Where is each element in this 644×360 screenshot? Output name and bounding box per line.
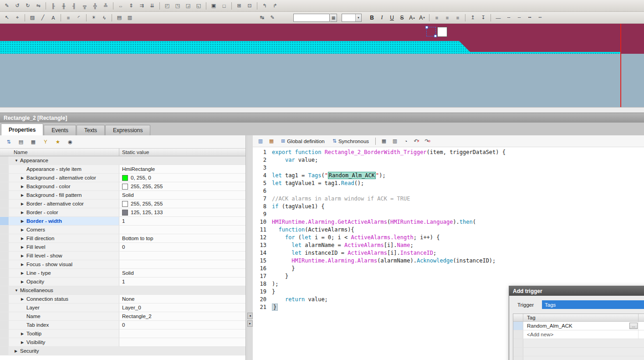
property-group-row[interactable]: ▶Security [0,347,245,355]
font-name-combo-button[interactable]: ▦ [330,14,337,22]
tab-expressions[interactable]: Expressions [105,125,150,135]
expander-icon[interactable]: ▶ [21,219,26,223]
expander-icon[interactable]: ▶ [21,297,26,301]
expander-icon[interactable]: ▶ [21,262,26,267]
property-row[interactable]: ▶Tooltip [0,329,245,338]
line-color-icon[interactable]: ╱ [38,13,48,22]
tab-events[interactable]: Events [44,125,76,135]
property-value[interactable]: 0 [119,243,245,251]
expander-icon[interactable]: ▶ [21,340,26,345]
property-value[interactable]: 0, 255, 0 [119,174,245,182]
canvas-rectangle-object[interactable] [437,27,447,37]
property-row[interactable]: NameRectangle_2 [0,312,245,321]
property-row[interactable]: ▶Background - alternative color0, 255, 0 [0,174,245,182]
snippets-icon[interactable]: ▦ [266,137,276,146]
rotate-right-icon[interactable]: ↻ [23,1,33,10]
property-value[interactable] [119,252,245,260]
property-row[interactable]: ▶Background - color255, 255, 255 [0,182,245,191]
property-value[interactable]: Rectangle_2 [119,312,245,320]
expander-icon[interactable]: ▶ [21,254,26,258]
align-top-icon[interactable]: ╦ [80,1,90,10]
property-value[interactable] [119,329,245,338]
property-row[interactable]: ▶Border - width1 [0,217,245,226]
font-name-combo[interactable] [293,14,330,22]
scroll-left-icon[interactable]: ◂ [247,313,253,319]
property-list-icon[interactable]: ▤ [16,137,26,146]
line-style-dash-dot-dot-icon[interactable]: ┉ [535,13,545,22]
trigger-table-row[interactable]: Random_Alm_ACK... [513,322,644,330]
global-definition-button[interactable]: ⊞ Global definition [278,137,328,145]
align-bottom-icon[interactable]: ╩ [101,1,111,10]
font-size-up-button[interactable]: A▴ [407,13,417,22]
expander-icon[interactable]: ▶ [21,228,26,232]
selection-marquee[interactable] [426,27,436,36]
property-row[interactable]: ▶Fill level0 [0,243,245,252]
line-style-dash-dot-icon[interactable]: ╍ [525,13,535,22]
fill-color-icon[interactable]: ▨ [27,13,37,22]
property-value[interactable]: 1 [119,278,245,286]
trigger-table-row[interactable]: <Add new> [513,330,644,339]
property-value[interactable] [119,226,245,234]
same-height-icon[interactable]: ⇕ [126,1,136,10]
pointer-tool-icon[interactable]: ✎ [2,1,12,10]
property-row[interactable]: LayerLayer_0 [0,303,245,312]
property-value[interactable]: None [119,295,245,303]
dialog-title[interactable]: Add trigger [509,286,644,296]
property-value[interactable]: 255, 255, 255 [119,182,245,190]
expander-icon[interactable]: ▶ [21,271,26,275]
property-group-row[interactable]: ▼Appearance [0,156,245,165]
property-row[interactable]: ▶Border - color125, 125, 133 [0,208,245,217]
strikethrough-button[interactable]: S [397,13,407,22]
text-align-right-icon[interactable]: ≡ [453,13,463,22]
expander-icon[interactable]: ▼ [15,159,20,163]
bring-forward-icon[interactable]: ◳ [173,1,183,10]
trigger-tag-cell[interactable]: <Add new> [523,330,639,339]
property-value[interactable] [119,260,245,268]
property-value[interactable]: Bottom to top [119,234,245,242]
align-middle-icon[interactable]: ╬ [90,1,100,10]
script-overview-icon[interactable]: ▥ [256,137,266,146]
snap-to-grid-icon[interactable]: ⊡ [245,1,255,10]
send-backward-icon[interactable]: ◲ [183,1,193,10]
synchronous-button[interactable]: ⇅ Synchronous [329,137,372,145]
expander-icon[interactable]: ▶ [21,332,26,336]
rotate-left-icon[interactable]: ↺ [12,1,22,10]
valign-top-icon[interactable]: ↥ [468,13,478,22]
send-to-back-icon[interactable]: ◱ [194,1,204,10]
filter-icon[interactable]: Y [41,137,51,146]
insert-tag-icon[interactable]: ▦ [379,137,389,146]
expander-icon[interactable]: ▶ [21,202,26,206]
expander-icon[interactable]: ▶ [21,193,26,197]
expander-icon[interactable]: ▶ [21,176,26,180]
property-value[interactable] [119,338,245,346]
tab-sequence-icon[interactable]: ↹ [257,13,267,22]
pan-view-icon[interactable]: ⌖ [12,13,22,22]
property-value[interactable]: 255, 255, 255 [119,200,245,208]
ungroup-icon[interactable]: □ [219,1,229,10]
distribute-vertical-icon[interactable]: ⇊ [147,1,157,10]
insert-plc-tag-icon[interactable]: ▥ [390,137,400,146]
property-value[interactable]: 1 [119,217,245,225]
property-row[interactable]: ▶Line - typeSolid [0,269,245,278]
italic-button[interactable]: I [377,13,387,22]
align-center-icon[interactable]: ╫ [59,1,69,10]
grid-icon[interactable]: ⊞ [234,1,244,10]
property-grid-icon[interactable]: ▦ [28,137,38,146]
layers-icon[interactable]: ▤ [114,13,124,22]
panel-scrollbar[interactable]: ◂ ▸ [246,135,253,360]
underline-button[interactable]: U [387,13,397,22]
line-width-icon[interactable]: ≡ [63,13,73,22]
same-width-icon[interactable]: ⇔ [116,1,126,10]
favorites-icon[interactable]: ★ [53,137,63,146]
screen-canvas[interactable] [0,24,644,107]
insert-timer-icon[interactable]: ◔ [401,137,411,146]
flip-horizontal-icon[interactable]: ⇋ [33,1,43,10]
property-value[interactable]: 125, 125, 133 [119,208,245,216]
text-align-left-icon[interactable]: ≡ [432,13,442,22]
property-row[interactable]: ▶Connection statusNone [0,295,245,303]
check-syntax-icon[interactable]: ↶✗ [412,137,422,146]
trigger-type-dropdown[interactable]: Tags ▼ [542,300,644,309]
reset-script-icon[interactable]: ↷⊘ [423,137,433,146]
line-style-dot-icon[interactable]: ┄ [514,13,524,22]
chevron-down-icon[interactable]: ▾ [355,14,361,21]
